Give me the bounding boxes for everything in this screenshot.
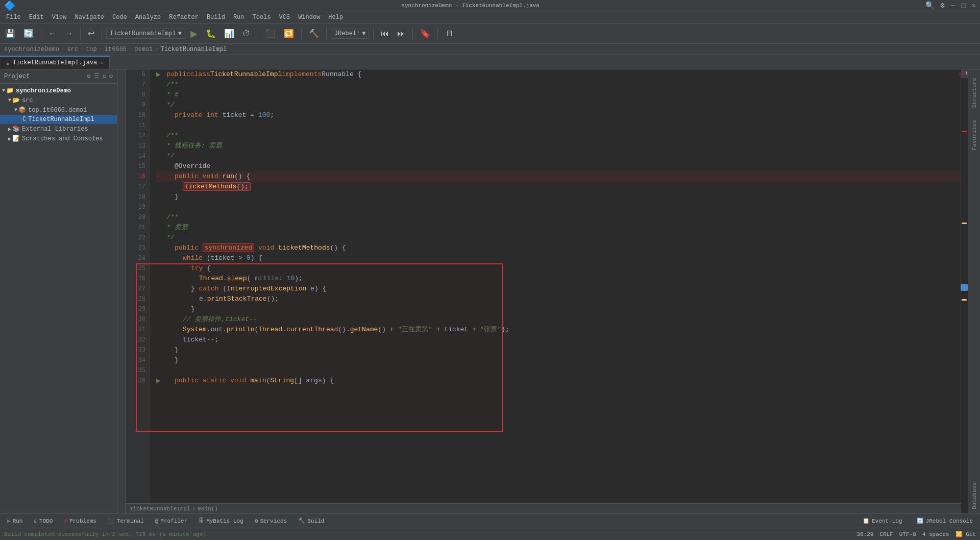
error-marker-16: ⚠ [156, 171, 160, 182]
stop-button[interactable]: ⬛ [262, 27, 279, 40]
event-log-icon: 📋 [863, 518, 870, 524]
list-icon[interactable]: ☰ [94, 72, 100, 80]
rerun-button[interactable]: 🔁 [281, 27, 297, 40]
favorites-tab[interactable]: Favorites [970, 116, 978, 154]
menu-view[interactable]: View [48, 13, 71, 22]
status-position[interactable]: 36:29 [856, 531, 873, 537]
jrebel-label: JRebel! [334, 30, 360, 37]
sort-icon[interactable]: ⇅ [103, 72, 106, 80]
breadcrumb-top[interactable]: top [86, 46, 97, 53]
editor-wrapper: 6 7 8 9 10 11 12 13 14 15 16 17 18 19 20… [126, 69, 968, 513]
run-gutter-36[interactable]: ▶ [156, 376, 160, 386]
tree-item-package[interactable]: ▼ 📦 top.it6666.demo1 [0, 105, 117, 115]
tree-item-scratches[interactable]: ▶ 📝 Scratches and Consoles [0, 134, 117, 143]
run-tab[interactable]: ▶ Run [2, 516, 28, 526]
status-left: Build completed successfully in 2 sec, 7… [4, 531, 848, 537]
settings-icon-2[interactable]: ⚙ [109, 72, 113, 80]
debug-button[interactable]: 🐛 [203, 27, 219, 40]
maximize-button[interactable]: □ [961, 2, 965, 10]
gear-icon[interactable]: ⚙ [87, 72, 90, 80]
tree-item-external-libs[interactable]: ▶ 📚 External Libraries [0, 124, 117, 134]
error-marker-stripe [962, 131, 967, 132]
step-in-button[interactable]: ⏭ [394, 27, 408, 40]
mybatis-tab[interactable]: 🗄 MyBatis Log [193, 516, 249, 526]
error-count[interactable]: ⚠3 !1 [961, 69, 968, 78]
code-editor[interactable]: ▶ public class TicketRunnableImpl implem… [150, 69, 961, 513]
terminal-button[interactable]: 🖥 [442, 27, 456, 40]
toolbar-sep-2 [80, 28, 81, 40]
profiler-tab[interactable]: @ Profiler [150, 516, 192, 526]
chevron-down-icon: ▼ [178, 30, 182, 37]
search-icon[interactable]: 🔍 [925, 1, 934, 10]
code-line-9: */ [156, 100, 961, 110]
mybatis-icon: 🗄 [199, 518, 204, 524]
breadcrumb-it6666[interactable]: it6666 [105, 46, 127, 53]
breadcrumb-demo1[interactable]: demo1 [134, 46, 153, 53]
terminal-tab[interactable]: ⬛ Terminal [103, 516, 149, 526]
menu-help[interactable]: Help [324, 13, 347, 22]
tree-item-class[interactable]: C TicketRunnableImpl [0, 115, 117, 124]
build-project-button[interactable]: 🔨 [306, 27, 322, 40]
structure-tab[interactable]: Structure [970, 73, 978, 112]
title-bar-controls[interactable]: 🔍 ⚙ ─ □ ✕ [925, 1, 976, 10]
src-folder-icon: 📂 [12, 96, 20, 104]
menu-vcs[interactable]: VCS [275, 13, 295, 22]
step-out-button[interactable]: ⏮ [378, 27, 392, 40]
menu-window[interactable]: Window [294, 13, 324, 22]
status-vcs[interactable]: 🔀 Git [955, 531, 976, 537]
menu-build[interactable]: Build [203, 13, 229, 22]
editor-breadcrumb-class[interactable]: TicketRunnableImpl [150, 504, 190, 514]
forward-button[interactable]: → [62, 27, 76, 40]
bookmark-button[interactable]: 🔖 [417, 27, 433, 40]
event-log-tab[interactable]: 📋 Event Log [857, 516, 907, 526]
database-tab[interactable]: Database [970, 478, 978, 513]
code-line-6: ▶ public class TicketRunnableImpl implem… [156, 69, 961, 80]
tab-close-button[interactable]: ✕ [100, 60, 103, 66]
status-encoding[interactable]: UTF-8 [899, 531, 916, 537]
breadcrumb-class[interactable]: TicketRunnableImpl [161, 46, 227, 53]
settings-icon[interactable]: ⚙ [940, 1, 944, 10]
line-numbers: 6 7 8 9 10 11 12 13 14 15 16 17 18 19 20… [126, 69, 150, 513]
run-config-dropdown[interactable]: TicketRunnableImpl ▼ [106, 29, 185, 39]
menu-run[interactable]: Run [229, 13, 249, 22]
todo-icon: ☑ [34, 518, 37, 524]
build-tab[interactable]: 🔨 Build [293, 516, 329, 526]
status-indent[interactable]: 4 spaces [922, 531, 949, 537]
services-tab[interactable]: ⚙ Services [250, 516, 292, 526]
tab-ticketrunnableimpl[interactable]: ☕ TicketRunnableImpl.java ✕ [0, 56, 110, 69]
problems-tab[interactable]: ⊘ Problems [59, 516, 101, 526]
menu-code[interactable]: Code [108, 13, 131, 22]
save-button[interactable]: 💾 [2, 27, 18, 40]
status-bar: Build completed successfully in 2 sec, 7… [0, 528, 980, 540]
minimize-button[interactable]: ─ [951, 2, 955, 10]
code-line-12: /** [156, 131, 961, 141]
status-message: Build completed successfully in 2 sec, 7… [4, 531, 206, 537]
jrebel-console-tab[interactable]: 🔄 JRebel Console [912, 516, 978, 526]
breadcrumb-project[interactable]: synchronizeDemo [4, 46, 59, 53]
back-button[interactable]: ← [45, 27, 60, 40]
sync-button[interactable]: 🔄 [20, 27, 37, 40]
profile-button[interactable]: ⏱ [239, 27, 254, 40]
menu-edit[interactable]: Edit [25, 13, 48, 22]
jrebel-dropdown[interactable]: JRebel! ▼ [331, 29, 370, 39]
run-button[interactable]: ▶ [187, 26, 201, 41]
coverage-button[interactable]: 📊 [221, 27, 237, 40]
menu-file[interactable]: File [2, 13, 25, 22]
status-line-ending[interactable]: CRLF [879, 531, 893, 537]
tree-item-synchronizedemo[interactable]: ▼ 📁 synchronizeDemo [0, 86, 117, 95]
error-stripe: ⚠3 !1 [961, 69, 968, 513]
run-gutter-6[interactable]: ▶ [156, 69, 160, 80]
editor-breadcrumb-method[interactable]: main() [198, 504, 218, 514]
menu-analyze[interactable]: Analyze [131, 13, 165, 22]
menu-navigate[interactable]: Navigate [70, 13, 108, 22]
toolbar-sep-7 [373, 28, 374, 40]
menu-tools[interactable]: Tools [249, 13, 275, 22]
undo-button[interactable]: ↩ [85, 27, 97, 40]
tree-item-src[interactable]: ▼ 📂 src [0, 95, 117, 105]
todo-tab[interactable]: ☑ TODO [29, 516, 58, 526]
menu-refactor[interactable]: Refactor [165, 13, 203, 22]
breadcrumb-src[interactable]: src [67, 46, 78, 53]
close-button[interactable]: ✕ [972, 1, 976, 10]
project-panel-header: Project ⚙ ☰ ⇅ ⚙ [0, 69, 117, 84]
project-tree: ▼ 📁 synchronizeDemo ▼ 📂 src ▼ 📦 top.it66… [0, 84, 117, 513]
